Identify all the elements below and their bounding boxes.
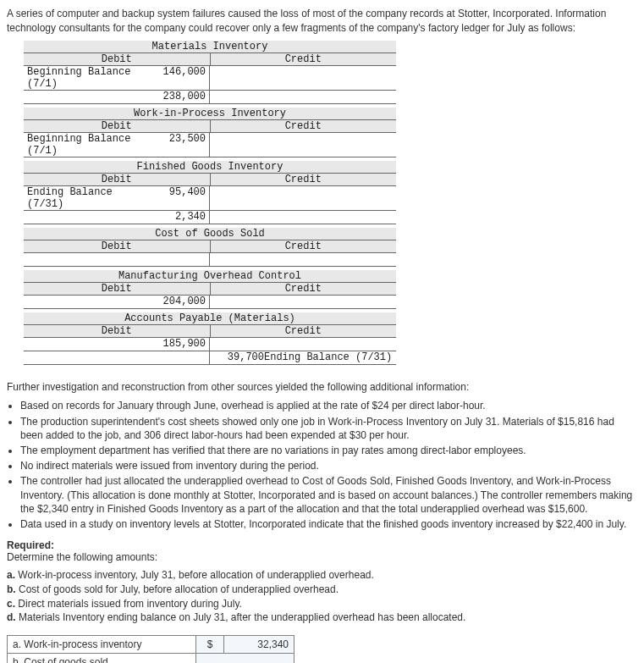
debit-row-label	[27, 211, 155, 224]
info-bullet: The controller had just allocated the un…	[20, 474, 637, 516]
credit-row-amount	[213, 66, 264, 90]
debit-header: Debit	[24, 325, 211, 337]
question-item: a. Work-in-process inventory, July 31, b…	[7, 568, 637, 583]
debit-row-label	[27, 296, 155, 308]
credit-row-label	[264, 133, 393, 157]
debit-header: Debit	[24, 53, 211, 65]
t-account-title: Cost of Goods Sold	[24, 228, 396, 240]
answer-input[interactable]: 32,340	[224, 636, 294, 654]
info-bullet: No indirect materials were issued from i…	[20, 459, 637, 472]
required-heading: Required:	[7, 539, 637, 551]
answer-row-label: a. Work-in-process inventory	[8, 636, 196, 654]
answer-row: b. Cost of goods sold	[8, 654, 294, 663]
answer-table: a. Work-in-process inventory$32,340b. Co…	[7, 635, 294, 663]
credit-row-amount	[213, 211, 264, 224]
debit-header: Debit	[24, 283, 211, 295]
t-account-title: Work-in-Process Inventory	[24, 108, 396, 120]
question-item: b. Cost of goods sold for July, before a…	[7, 583, 637, 597]
credit-row-amount: 39,700	[213, 351, 264, 364]
credit-header: Credit	[211, 53, 397, 65]
credit-header: Credit	[211, 240, 397, 252]
t-account: Work-in-Process InventoryDebitCreditBegi…	[24, 108, 396, 157]
debit-row-label: Beginning Balance (7/1)	[27, 66, 155, 90]
info-bullet: Based on records for January through Jun…	[20, 399, 637, 412]
question-item: d. Materials Inventory ending balance on…	[7, 611, 637, 625]
t-account: Manufacturing Overhead ControlDebitCredi…	[24, 270, 396, 309]
currency-symbol: $	[196, 636, 224, 654]
debit-row-amount: 204,000	[155, 296, 206, 308]
debit-row-amount: 185,900	[155, 338, 206, 351]
t-account-row: Ending Balance (7/31)95,400	[24, 186, 396, 211]
credit-row-amount	[213, 338, 264, 351]
credit-header: Credit	[211, 283, 397, 295]
debit-row-amount	[155, 351, 206, 364]
debit-header: Debit	[24, 174, 211, 185]
debit-row-amount: 146,000	[155, 66, 206, 90]
credit-header: Credit	[211, 174, 397, 185]
debit-row-amount: 23,500	[155, 133, 206, 157]
question-list: a. Work-in-process inventory, July 31, b…	[7, 568, 637, 625]
answer-row: a. Work-in-process inventory$32,340	[8, 636, 294, 654]
t-account-row: Beginning Balance (7/1)146,000	[24, 66, 396, 91]
credit-row-label	[264, 186, 393, 210]
credit-row-amount	[213, 133, 264, 157]
credit-row-amount	[213, 253, 264, 266]
t-account-row: 185,900	[24, 338, 396, 351]
info-bullet: The employment department has verified t…	[20, 444, 637, 457]
debit-row-amount	[155, 253, 206, 266]
credit-header: Credit	[211, 325, 397, 337]
debit-row-amount: 2,340	[155, 211, 206, 224]
t-account-title: Accounts Payable (Materials)	[24, 312, 396, 325]
required-body: Determine the following amounts:	[7, 551, 637, 563]
credit-header: Credit	[211, 120, 397, 132]
answer-input[interactable]	[196, 654, 294, 663]
debit-row-label	[27, 351, 155, 364]
t-account: Accounts Payable (Materials)DebitCredit1…	[24, 312, 396, 365]
t-account-title: Manufacturing Overhead Control	[24, 270, 396, 283]
intro-text: A series of computer and backup system f…	[7, 7, 637, 36]
credit-row-label	[264, 253, 393, 266]
info-bullet-list: Based on records for January through Jun…	[20, 399, 637, 531]
debit-row-label: Ending Balance (7/31)	[27, 186, 155, 210]
debit-row-label	[27, 91, 155, 103]
t-account-row: 238,000	[24, 91, 396, 104]
debit-row-label	[27, 338, 155, 351]
debit-row-label: Beginning Balance (7/1)	[27, 133, 155, 157]
t-account-title: Finished Goods Inventory	[24, 161, 396, 174]
credit-row-label	[264, 91, 393, 103]
t-account-row: 39,700Ending Balance (7/31)	[24, 351, 396, 365]
credit-row-amount	[213, 296, 264, 308]
debit-row-amount: 95,400	[155, 186, 206, 210]
t-account: Finished Goods InventoryDebitCreditEndin…	[24, 161, 396, 224]
t-account: Cost of Goods SoldDebitCredit	[24, 228, 396, 267]
t-account-row: Beginning Balance (7/1)23,500	[24, 133, 396, 157]
t-account-row: 2,340	[24, 211, 396, 224]
credit-row-label	[264, 211, 393, 224]
credit-row-label	[264, 338, 393, 351]
credit-row-label	[264, 296, 393, 308]
t-account-title: Materials Inventory	[24, 41, 396, 53]
credit-row-label	[264, 66, 393, 90]
question-item: c. Direct materials issued from inventor…	[7, 597, 637, 611]
debit-header: Debit	[24, 120, 211, 132]
credit-row-amount	[213, 186, 264, 210]
debit-header: Debit	[24, 240, 211, 252]
t-account-row: 204,000	[24, 296, 396, 309]
info-bullet: The production superintendent's cost she…	[20, 415, 637, 442]
t-account: Materials InventoryDebitCreditBeginning …	[24, 41, 396, 104]
debit-row-label	[27, 253, 155, 266]
info-bullet: Data used in a study on inventory levels…	[20, 517, 637, 531]
credit-row-amount	[213, 91, 264, 103]
further-text: Further investigation and reconstruction…	[7, 380, 637, 395]
answer-row-label: b. Cost of goods sold	[8, 654, 196, 663]
credit-row-label: Ending Balance (7/31)	[264, 351, 393, 364]
t-account-row	[24, 253, 396, 267]
debit-row-amount: 238,000	[155, 91, 206, 103]
